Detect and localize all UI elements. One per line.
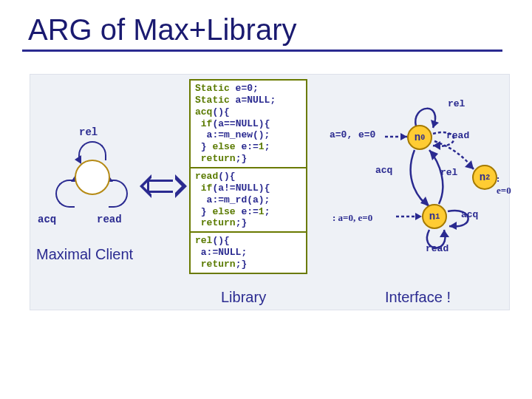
edge-label-acq: acq bbox=[38, 214, 56, 225]
library-code-box: Static e=0; Static a=NULL; acq(){ if(a==… bbox=[189, 79, 307, 274]
node-predicate-ae0: : a=0, e=0 bbox=[332, 212, 372, 224]
interface-automaton: n0 n1 n2 rel read a=0, e=0 acq rel : e=0… bbox=[315, 82, 507, 274]
edge-label-acq: acq bbox=[375, 165, 392, 176]
title-underline bbox=[22, 50, 502, 52]
edge-label-rel: rel bbox=[440, 167, 457, 178]
client-caption: Maximal Client bbox=[36, 246, 133, 263]
edge-label-read: read bbox=[426, 243, 449, 254]
edge-acq-loop bbox=[55, 180, 75, 208]
library-caption: Library bbox=[221, 289, 266, 306]
node-n0: n0 bbox=[407, 125, 432, 150]
interface-caption: Interface ! bbox=[385, 289, 451, 306]
svg-marker-6 bbox=[415, 213, 422, 220]
code-block-acq: Static e=0; Static a=NULL; acq(){ if(a==… bbox=[191, 81, 306, 167]
edge-label-read: read bbox=[97, 214, 122, 225]
edge-label-rel: rel bbox=[448, 98, 465, 109]
svg-marker-0 bbox=[400, 133, 407, 140]
client-automaton: rel acq read bbox=[38, 119, 141, 252]
client-state-node bbox=[75, 160, 110, 195]
bidirectional-arrow-icon bbox=[143, 171, 187, 202]
code-block-rel: rel(){ a:=NULL; return;} bbox=[191, 231, 306, 273]
slide-title: ARG of Max+Library bbox=[0, 0, 532, 50]
edge-label-rel: rel bbox=[79, 126, 98, 138]
content-panel: rel acq read Maximal Client Static e=0; … bbox=[30, 74, 510, 310]
edge-label-acq: acq bbox=[461, 209, 478, 220]
code-block-read: read(){ if(a!=NULL){ a:=m_rd(a); } else … bbox=[191, 167, 306, 231]
arrowhead-icon bbox=[75, 155, 81, 164]
edge-read-loop bbox=[109, 180, 128, 208]
edge-rel-loop bbox=[78, 141, 106, 160]
node-n2: n2 bbox=[472, 165, 497, 190]
node-predicate-e0: : e=0 bbox=[497, 173, 511, 197]
svg-marker-8 bbox=[440, 230, 449, 237]
svg-marker-7 bbox=[449, 222, 457, 230]
edge-label-read: read bbox=[446, 130, 469, 141]
svg-marker-4 bbox=[429, 150, 438, 160]
node-n1: n1 bbox=[422, 204, 447, 229]
init-label-ae0: a=0, e=0 bbox=[330, 129, 375, 140]
